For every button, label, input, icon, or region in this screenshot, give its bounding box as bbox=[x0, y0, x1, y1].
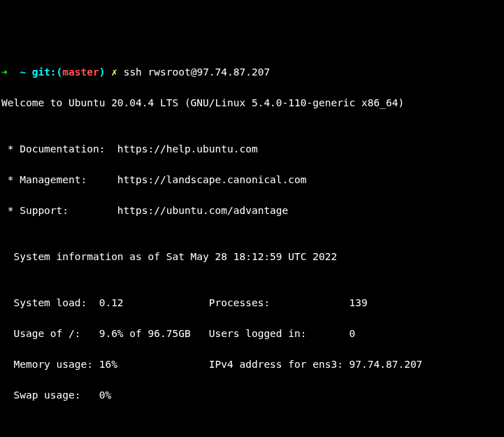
sysinfo-row: Usage of /: 9.6% of 96.75GB Users logged… bbox=[1, 326, 503, 341]
git-close: ) bbox=[99, 66, 111, 78]
prompt-arrow: ➜ bbox=[1, 66, 20, 78]
motd-welcome: Welcome to Ubuntu 20.04.4 LTS (GNU/Linux… bbox=[1, 95, 503, 110]
git-label: git:( bbox=[32, 66, 63, 78]
local-prompt-line: ➜ ~ git:(master) ✗ ssh rwsroot@97.74.87.… bbox=[1, 64, 503, 80]
sysinfo-row: Swap usage: 0% bbox=[1, 387, 503, 403]
sysinfo-row: System load: 0.12 Processes: 139 bbox=[1, 295, 503, 310]
prompt-cwd: ~ bbox=[20, 66, 31, 78]
git-dirty-icon: ✗ bbox=[111, 66, 123, 78]
motd-documentation: * Documentation: https://help.ubuntu.com bbox=[1, 141, 503, 157]
git-branch: master bbox=[62, 66, 99, 78]
motd-support: * Support: https://ubuntu.com/advantage bbox=[1, 203, 503, 218]
sysinfo-header: System information as of Sat May 28 18:1… bbox=[1, 249, 503, 264]
motd-promo: * Super-optimized for small spaces - rea… bbox=[1, 434, 503, 437]
ssh-command: ssh rwsroot@97.74.87.207 bbox=[124, 66, 271, 78]
sysinfo-row: Memory usage: 16% IPv4 address for ens3:… bbox=[1, 357, 503, 372]
motd-management: * Management: https://landscape.canonica… bbox=[1, 172, 503, 187]
